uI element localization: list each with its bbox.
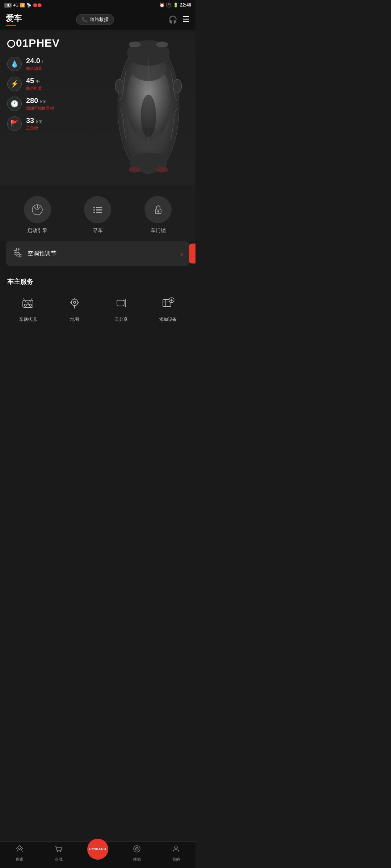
edit-tab[interactable] bbox=[189, 244, 196, 264]
car-stats: 💧 24.0 L 剩余油量 ⚡ 45 % bbox=[7, 56, 80, 131]
car-section: 01PHEV 💧 24.0 L 剩余油量 ⚡ bbox=[0, 30, 196, 185]
bolt-icon: ⚡ bbox=[10, 80, 18, 88]
range-icon: 🕐 bbox=[10, 100, 18, 108]
circle-logo bbox=[7, 40, 15, 48]
range-label: 燃油可续航里程 bbox=[26, 106, 54, 111]
svg-line-29 bbox=[31, 298, 32, 299]
find-label: 寻车 bbox=[93, 227, 103, 234]
engine-label: 启动引擎 bbox=[27, 227, 47, 234]
svg-point-8 bbox=[129, 42, 141, 47]
find-control[interactable]: 寻车 bbox=[84, 196, 111, 234]
lock-control[interactable]: 车门锁 bbox=[144, 196, 172, 234]
services-grid: 车辆状况 地图 bbox=[7, 293, 188, 323]
rescue-label: 道路救援 bbox=[90, 16, 109, 23]
add-device-label: 添加设备 bbox=[159, 316, 177, 323]
range-stat-row: 🕐 280 km 燃油可续航里程 bbox=[7, 96, 80, 111]
fuel-value: 24.0 L bbox=[26, 56, 45, 65]
svg-point-9 bbox=[156, 42, 168, 47]
app-title: 爱车 bbox=[6, 13, 22, 26]
ac-wrapper: 空调预调节 › bbox=[6, 241, 190, 266]
vehicle-status-item[interactable]: 车辆状况 bbox=[7, 293, 48, 323]
add-device-icon bbox=[158, 293, 178, 313]
svg-rect-18 bbox=[93, 212, 102, 213]
battery-stat-row: ⚡ 45 % 剩余电量 bbox=[7, 76, 80, 91]
status-right: ⏰ 📳 🔋 22:46 bbox=[159, 3, 191, 8]
fuel-icon: 💧 bbox=[10, 60, 18, 68]
mileage-icon-wrap: 🚩 bbox=[7, 116, 22, 131]
svg-rect-16 bbox=[93, 207, 102, 208]
network-4g: 4G bbox=[13, 3, 18, 7]
vehicle-status-label: 车辆状况 bbox=[19, 316, 37, 323]
lock-btn[interactable] bbox=[144, 196, 172, 223]
services-section: 车主服务 车辆状况 bbox=[0, 272, 196, 328]
ac-chevron-icon: › bbox=[181, 250, 183, 258]
svg-point-7 bbox=[173, 79, 182, 93]
svg-rect-25 bbox=[23, 300, 33, 307]
nav-right: 🎧 ☰ bbox=[168, 15, 190, 24]
battery-value: 45 % bbox=[26, 76, 42, 85]
ac-label: 空调预调节 bbox=[28, 250, 56, 258]
svg-point-31 bbox=[71, 299, 78, 306]
car-share-label: 车分享 bbox=[115, 316, 128, 323]
engine-control[interactable]: 启动引擎 bbox=[24, 196, 51, 234]
rescue-button[interactable]: 📞 道路救援 bbox=[76, 14, 114, 25]
svg-line-28 bbox=[24, 298, 24, 299]
hd-indicator: HD bbox=[4, 3, 12, 8]
fuel-icon-wrap: 💧 bbox=[7, 57, 22, 71]
engine-btn[interactable] bbox=[24, 196, 51, 223]
vibrate-icon: 📳 bbox=[166, 3, 172, 8]
map-item[interactable]: 地图 bbox=[54, 293, 95, 323]
range-info: 280 km 燃油可续航里程 bbox=[26, 96, 54, 111]
headphone-icon[interactable]: 🎧 bbox=[168, 15, 177, 24]
status-left: HD 4G 📶 📡 🔴🔴 bbox=[4, 3, 42, 8]
map-icon bbox=[65, 293, 84, 313]
mileage-label: 总里程 bbox=[26, 125, 42, 131]
battery-label: 剩余电量 bbox=[26, 86, 42, 91]
range-icon-wrap: 🕐 bbox=[7, 97, 22, 111]
ac-section[interactable]: 空调预调节 › bbox=[6, 241, 190, 266]
svg-point-32 bbox=[73, 301, 76, 303]
svg-point-13 bbox=[141, 95, 156, 137]
ac-left: 空调预调节 bbox=[12, 247, 56, 260]
phone-icon: 📞 bbox=[81, 17, 88, 22]
svg-rect-20 bbox=[95, 209, 96, 210]
mileage-value: 33 km bbox=[26, 116, 42, 125]
svg-rect-19 bbox=[95, 207, 96, 208]
notification-icons: 🔴🔴 bbox=[33, 3, 42, 7]
nav-center: 📞 道路救援 bbox=[76, 14, 114, 25]
svg-rect-30 bbox=[27, 303, 29, 305]
battery-info: 45 % 剩余电量 bbox=[26, 76, 42, 91]
fuel-info: 24.0 L 剩余油量 bbox=[26, 56, 45, 71]
svg-point-11 bbox=[156, 167, 168, 173]
fuel-stat-row: 💧 24.0 L 剩余油量 bbox=[7, 56, 80, 71]
signal-icon: 📶 bbox=[20, 3, 25, 8]
car-image bbox=[98, 33, 196, 182]
car-top-view bbox=[101, 35, 196, 180]
flag-icon: 🚩 bbox=[10, 120, 18, 128]
top-nav: 爱车 📞 道路救援 🎧 ☰ bbox=[0, 10, 196, 30]
services-title: 车主服务 bbox=[7, 277, 188, 286]
model-name: 01PHEV bbox=[16, 37, 60, 49]
battery-icon-wrap: ⚡ bbox=[7, 77, 22, 91]
car-share-item[interactable]: 车分享 bbox=[101, 293, 142, 323]
ac-icon bbox=[12, 247, 23, 260]
fuel-label: 剩余油量 bbox=[26, 66, 45, 71]
car-share-icon bbox=[112, 293, 131, 313]
lock-label: 车门锁 bbox=[151, 227, 166, 234]
alarm-icon: ⏰ bbox=[159, 3, 165, 8]
find-btn[interactable] bbox=[84, 196, 111, 223]
svg-point-27 bbox=[29, 304, 31, 306]
wifi-icon: 📡 bbox=[26, 3, 31, 8]
map-label: 地图 bbox=[70, 316, 79, 323]
svg-point-6 bbox=[115, 79, 124, 93]
menu-icon[interactable]: ☰ bbox=[182, 15, 190, 24]
add-device-item[interactable]: 添加设备 bbox=[147, 293, 188, 323]
status-bar: HD 4G 📶 📡 🔴🔴 ⏰ 📳 🔋 22:46 bbox=[0, 0, 196, 10]
svg-point-10 bbox=[129, 167, 141, 173]
range-value: 280 km bbox=[26, 96, 54, 105]
svg-rect-21 bbox=[95, 212, 96, 213]
mileage-info: 33 km 总里程 bbox=[26, 116, 42, 131]
mileage-stat-row: 🚩 33 km 总里程 bbox=[7, 116, 80, 131]
svg-point-26 bbox=[24, 304, 26, 306]
time-display: 22:46 bbox=[180, 3, 191, 8]
